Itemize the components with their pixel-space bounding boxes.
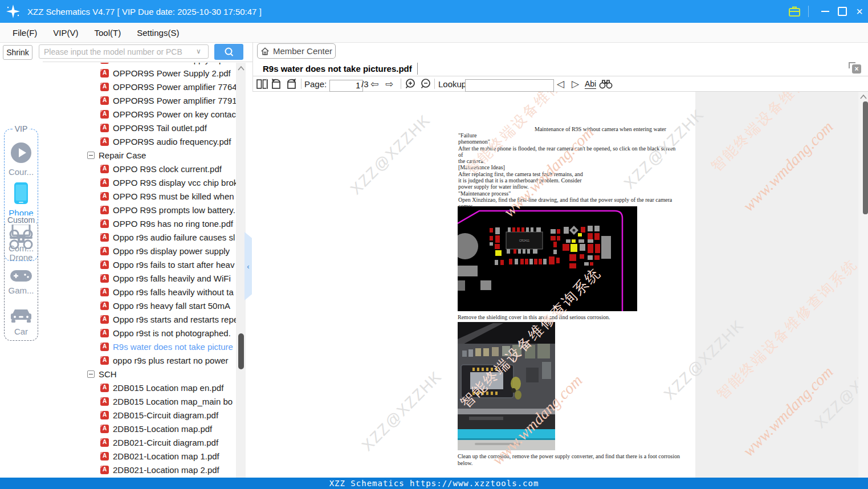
pdf-file-icon — [100, 192, 109, 201]
member-center-button[interactable]: Member Center — [257, 43, 336, 59]
sidebar-item-game[interactable]: Gam... — [5, 270, 38, 295]
tree-item[interactable]: Oppo r9s display power supply — [43, 244, 236, 258]
tree-item[interactable]: Oppo r9s heavy fall start 50mA — [43, 299, 236, 312]
status-bar: XZZ Schematics https://www.xzztools.com — [0, 478, 868, 489]
find-next-button[interactable]: ▷ — [572, 76, 579, 91]
tree-item[interactable]: 2DB021-Location map 1.pdf — [43, 449, 236, 463]
tree-item[interactable]: R9s water does not take picture — [43, 340, 236, 353]
sidebar-item-drone[interactable]: Drone — [5, 230, 38, 262]
tree-item[interactable]: OPPOR9S Tail outlet.pdf — [43, 121, 236, 135]
pdf-file-icon — [100, 315, 109, 324]
close-button[interactable]: × — [851, 0, 868, 23]
tree-item[interactable]: 2DB021-Location map 2.pdf — [43, 463, 236, 476]
zoom-in-button[interactable] — [405, 76, 417, 91]
search-button[interactable] — [214, 44, 243, 60]
pdf-file-icon — [100, 260, 109, 269]
close-icon: × — [852, 64, 861, 74]
pdf-text-line: "Maintenance process" — [458, 190, 680, 197]
tree-item[interactable]: Oppo r9s audio failure causes sl — [43, 230, 236, 244]
tab-separator — [417, 63, 418, 75]
sidebar-item-label: Gam... — [5, 286, 38, 295]
tree-item[interactable]: OPPO R9S display vcc chip brok — [43, 176, 236, 189]
advanced-search-button[interactable] — [599, 76, 613, 91]
previous-page-button[interactable]: ⇦ — [370, 76, 378, 91]
tree-item-label: 2DB015 Location map en.pdf — [113, 383, 223, 393]
match-case-button[interactable]: Abi — [585, 76, 596, 91]
tree-item[interactable]: 2DB015 Location map en.pdf — [43, 381, 236, 394]
collapse-minus-icon[interactable] — [87, 152, 95, 159]
close-document-button[interactable]: × — [849, 62, 861, 74]
tree-item[interactable]: 2DB015-Location map.pdf — [43, 422, 236, 435]
sidebar-item-car[interactable]: Car — [5, 307, 38, 336]
tree-section[interactable]: Repair Case — [43, 148, 236, 162]
tree-item[interactable]: Oppo r9s fails to start after heav — [43, 258, 236, 271]
pdf-viewer: Maintenance of R9S without camera when e… — [252, 92, 868, 478]
tree-item-label: 2DB015-Circuit diagram.pdf — [113, 410, 218, 420]
tree-item-label: Repair Case — [99, 150, 146, 160]
pdf-file-icon — [100, 233, 109, 242]
panel-collapse-handle[interactable]: ‹ — [244, 232, 252, 300]
shrink-button[interactable]: Shrink — [3, 45, 32, 60]
scroll-up-icon[interactable] — [859, 94, 867, 100]
tree-item[interactable]: OPPOR9S Power on key contact — [43, 107, 236, 121]
vip-group-label: VIP — [13, 124, 30, 133]
tree-item-label: Oppo r9st is not photographed. — [113, 328, 231, 338]
tree-item[interactable]: OPPO R9s has no ring tone.pdf — [43, 217, 236, 230]
search-input[interactable] — [39, 44, 209, 59]
zoom-out-button[interactable] — [420, 76, 432, 91]
tree-item[interactable]: 2DB021-Circuit diagram.pdf — [43, 435, 236, 449]
tree-item[interactable]: OPPO R9S clock current.pdf — [43, 162, 236, 176]
page-label: Page: — [304, 76, 327, 91]
scroll-up-icon[interactable] — [237, 66, 245, 71]
tree-item[interactable]: OPPO R9S prompts low battery. — [43, 203, 236, 217]
next-page-button[interactable]: ⇨ — [385, 76, 393, 91]
tree-item[interactable]: OPPO R9S must be killed when — [43, 189, 236, 203]
tree-item[interactable]: Oppo r9s falls heavily and WiFi — [43, 271, 236, 285]
tree-item-label: Oppo r9s starts and restarts repe — [113, 315, 236, 324]
rotate-right-button[interactable] — [285, 76, 298, 91]
tree-item-label: OPPOR9S Power amplifier 7764 — [113, 82, 236, 92]
title-bar: XZZ Schematics V4.77 [ VIP Due date: 202… — [0, 0, 868, 23]
tree-item-label: 2DB021-Location map 2.pdf — [113, 465, 219, 475]
license-icon[interactable] — [788, 5, 801, 18]
menu-item[interactable]: Settings(S) — [133, 27, 182, 39]
tree-item[interactable]: OPPOR9S Power amplifier 7764 — [43, 80, 236, 93]
tree-scrollbar[interactable] — [236, 63, 246, 478]
lookup-input[interactable] — [465, 79, 554, 92]
pdf-file-icon — [100, 110, 109, 119]
find-previous-button[interactable]: ◁ — [557, 76, 564, 91]
tree-item[interactable]: 2DB015 Location map_main bo — [43, 394, 236, 408]
tree-scrollbar-thumb[interactable] — [238, 333, 244, 369]
tree-item-label: Oppo r9s display power supply — [113, 246, 230, 256]
pdf-scrollbar-thumb[interactable] — [863, 101, 868, 214]
collapse-minus-icon[interactable] — [87, 370, 95, 378]
tree-item[interactable]: OPPOR9S Power Supply 2.pdf — [43, 66, 236, 80]
tree-item-label: 2DB021-Location map 1.pdf — [113, 451, 219, 461]
minimize-button[interactable] — [817, 0, 834, 23]
tree-item[interactable]: oppo r9s plus restart no power — [43, 353, 236, 367]
status-text: XZZ Schematics https://www.xzztools.com — [329, 479, 539, 488]
tree-item-label: Oppo r9s falls heavily and WiFi — [113, 274, 231, 283]
rotate-left-button[interactable] — [270, 76, 283, 91]
custom-group-label: Custom — [6, 215, 36, 225]
rotate-left-icon — [270, 78, 283, 89]
sidebar-item-phone[interactable]: Phone — [5, 182, 38, 218]
tree-item[interactable]: Oppo r9s falls heavily without ta — [43, 285, 236, 299]
tree-item-label: OPPOR9S Power on key contact — [113, 109, 236, 119]
menu-item[interactable]: Tool(T) — [91, 27, 125, 39]
pdf-file-icon — [100, 411, 109, 419]
pdf-text-line: After replacing first, the camera test f… — [458, 171, 680, 177]
menu-item[interactable]: VIP(V) — [50, 27, 81, 39]
tree-section[interactable]: SCH — [43, 367, 236, 381]
tree-item[interactable]: Oppo r9st is not photographed. — [43, 326, 236, 340]
page-number-input[interactable] — [329, 80, 363, 92]
menu-item[interactable]: File(F) — [9, 27, 40, 39]
tree-item[interactable]: 2DB015-Circuit diagram.pdf — [43, 408, 236, 422]
maximize-button[interactable] — [834, 0, 851, 23]
pdf-text-line: "Failure — [458, 132, 680, 138]
tree-item[interactable]: OPPOR9S audio frequency.pdf — [43, 135, 236, 148]
sidebar-item-course[interactable]: Cour... — [5, 142, 38, 177]
tree-item[interactable]: OPPOR9S Power amplifier 7791 — [43, 93, 236, 107]
tree-item[interactable]: Oppo r9s starts and restarts repe — [43, 312, 236, 326]
tab-active-document[interactable]: R9s water does not take pictures.pdf — [263, 62, 412, 76]
